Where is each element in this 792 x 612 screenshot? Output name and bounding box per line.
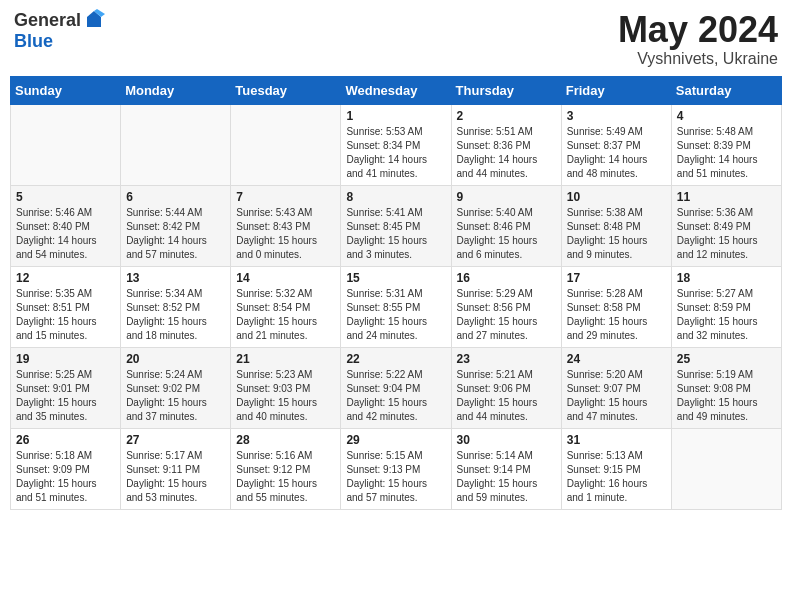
cell-info: Sunrise: 5:43 AM Sunset: 8:43 PM Dayligh… — [236, 206, 335, 262]
calendar-cell: 20Sunrise: 5:24 AM Sunset: 9:02 PM Dayli… — [121, 347, 231, 428]
logo: General Blue — [14, 10, 105, 52]
page-header: General Blue May 2024 Vyshnivets, Ukrain… — [10, 10, 782, 68]
calendar-cell: 17Sunrise: 5:28 AM Sunset: 8:58 PM Dayli… — [561, 266, 671, 347]
day-number: 1 — [346, 109, 445, 123]
day-number: 22 — [346, 352, 445, 366]
weekday-header-saturday: Saturday — [671, 76, 781, 104]
day-number: 18 — [677, 271, 776, 285]
cell-info: Sunrise: 5:36 AM Sunset: 8:49 PM Dayligh… — [677, 206, 776, 262]
day-number: 17 — [567, 271, 666, 285]
cell-info: Sunrise: 5:15 AM Sunset: 9:13 PM Dayligh… — [346, 449, 445, 505]
calendar-cell: 28Sunrise: 5:16 AM Sunset: 9:12 PM Dayli… — [231, 428, 341, 509]
day-number: 10 — [567, 190, 666, 204]
week-row-1: 1Sunrise: 5:53 AM Sunset: 8:34 PM Daylig… — [11, 104, 782, 185]
day-number: 16 — [457, 271, 556, 285]
day-number: 11 — [677, 190, 776, 204]
cell-info: Sunrise: 5:18 AM Sunset: 9:09 PM Dayligh… — [16, 449, 115, 505]
day-number: 8 — [346, 190, 445, 204]
cell-info: Sunrise: 5:46 AM Sunset: 8:40 PM Dayligh… — [16, 206, 115, 262]
calendar-cell: 11Sunrise: 5:36 AM Sunset: 8:49 PM Dayli… — [671, 185, 781, 266]
cell-info: Sunrise: 5:14 AM Sunset: 9:14 PM Dayligh… — [457, 449, 556, 505]
day-number: 24 — [567, 352, 666, 366]
cell-info: Sunrise: 5:20 AM Sunset: 9:07 PM Dayligh… — [567, 368, 666, 424]
calendar-cell: 16Sunrise: 5:29 AM Sunset: 8:56 PM Dayli… — [451, 266, 561, 347]
day-number: 13 — [126, 271, 225, 285]
day-number: 12 — [16, 271, 115, 285]
weekday-header-sunday: Sunday — [11, 76, 121, 104]
day-number: 25 — [677, 352, 776, 366]
day-number: 4 — [677, 109, 776, 123]
day-number: 9 — [457, 190, 556, 204]
cell-info: Sunrise: 5:19 AM Sunset: 9:08 PM Dayligh… — [677, 368, 776, 424]
calendar-cell: 25Sunrise: 5:19 AM Sunset: 9:08 PM Dayli… — [671, 347, 781, 428]
day-number: 20 — [126, 352, 225, 366]
weekday-header-thursday: Thursday — [451, 76, 561, 104]
calendar-cell — [121, 104, 231, 185]
weekday-header-tuesday: Tuesday — [231, 76, 341, 104]
cell-info: Sunrise: 5:13 AM Sunset: 9:15 PM Dayligh… — [567, 449, 666, 505]
day-number: 21 — [236, 352, 335, 366]
calendar-cell: 13Sunrise: 5:34 AM Sunset: 8:52 PM Dayli… — [121, 266, 231, 347]
cell-info: Sunrise: 5:17 AM Sunset: 9:11 PM Dayligh… — [126, 449, 225, 505]
weekday-header-monday: Monday — [121, 76, 231, 104]
calendar-cell: 6Sunrise: 5:44 AM Sunset: 8:42 PM Daylig… — [121, 185, 231, 266]
calendar-cell: 27Sunrise: 5:17 AM Sunset: 9:11 PM Dayli… — [121, 428, 231, 509]
day-number: 15 — [346, 271, 445, 285]
day-number: 23 — [457, 352, 556, 366]
logo-icon — [83, 9, 105, 31]
calendar-cell: 5Sunrise: 5:46 AM Sunset: 8:40 PM Daylig… — [11, 185, 121, 266]
cell-info: Sunrise: 5:41 AM Sunset: 8:45 PM Dayligh… — [346, 206, 445, 262]
day-number: 14 — [236, 271, 335, 285]
calendar-cell: 19Sunrise: 5:25 AM Sunset: 9:01 PM Dayli… — [11, 347, 121, 428]
calendar-cell: 12Sunrise: 5:35 AM Sunset: 8:51 PM Dayli… — [11, 266, 121, 347]
calendar-cell: 3Sunrise: 5:49 AM Sunset: 8:37 PM Daylig… — [561, 104, 671, 185]
calendar-cell: 15Sunrise: 5:31 AM Sunset: 8:55 PM Dayli… — [341, 266, 451, 347]
cell-info: Sunrise: 5:38 AM Sunset: 8:48 PM Dayligh… — [567, 206, 666, 262]
day-number: 3 — [567, 109, 666, 123]
week-row-3: 12Sunrise: 5:35 AM Sunset: 8:51 PM Dayli… — [11, 266, 782, 347]
day-number: 6 — [126, 190, 225, 204]
calendar-table: SundayMondayTuesdayWednesdayThursdayFrid… — [10, 76, 782, 510]
calendar-cell: 10Sunrise: 5:38 AM Sunset: 8:48 PM Dayli… — [561, 185, 671, 266]
calendar-cell: 8Sunrise: 5:41 AM Sunset: 8:45 PM Daylig… — [341, 185, 451, 266]
cell-info: Sunrise: 5:31 AM Sunset: 8:55 PM Dayligh… — [346, 287, 445, 343]
logo-general-text: General — [14, 10, 81, 31]
day-number: 2 — [457, 109, 556, 123]
calendar-cell: 22Sunrise: 5:22 AM Sunset: 9:04 PM Dayli… — [341, 347, 451, 428]
calendar-cell: 1Sunrise: 5:53 AM Sunset: 8:34 PM Daylig… — [341, 104, 451, 185]
day-number: 19 — [16, 352, 115, 366]
calendar-cell: 18Sunrise: 5:27 AM Sunset: 8:59 PM Dayli… — [671, 266, 781, 347]
cell-info: Sunrise: 5:35 AM Sunset: 8:51 PM Dayligh… — [16, 287, 115, 343]
location: Vyshnivets, Ukraine — [618, 50, 778, 68]
cell-info: Sunrise: 5:23 AM Sunset: 9:03 PM Dayligh… — [236, 368, 335, 424]
week-row-2: 5Sunrise: 5:46 AM Sunset: 8:40 PM Daylig… — [11, 185, 782, 266]
logo-blue-text: Blue — [14, 31, 105, 52]
cell-info: Sunrise: 5:53 AM Sunset: 8:34 PM Dayligh… — [346, 125, 445, 181]
day-number: 27 — [126, 433, 225, 447]
cell-info: Sunrise: 5:22 AM Sunset: 9:04 PM Dayligh… — [346, 368, 445, 424]
cell-info: Sunrise: 5:25 AM Sunset: 9:01 PM Dayligh… — [16, 368, 115, 424]
cell-info: Sunrise: 5:28 AM Sunset: 8:58 PM Dayligh… — [567, 287, 666, 343]
week-row-4: 19Sunrise: 5:25 AM Sunset: 9:01 PM Dayli… — [11, 347, 782, 428]
cell-info: Sunrise: 5:21 AM Sunset: 9:06 PM Dayligh… — [457, 368, 556, 424]
title-block: May 2024 Vyshnivets, Ukraine — [618, 10, 778, 68]
cell-info: Sunrise: 5:16 AM Sunset: 9:12 PM Dayligh… — [236, 449, 335, 505]
day-number: 29 — [346, 433, 445, 447]
cell-info: Sunrise: 5:34 AM Sunset: 8:52 PM Dayligh… — [126, 287, 225, 343]
calendar-cell: 2Sunrise: 5:51 AM Sunset: 8:36 PM Daylig… — [451, 104, 561, 185]
calendar-cell: 31Sunrise: 5:13 AM Sunset: 9:15 PM Dayli… — [561, 428, 671, 509]
calendar-cell — [671, 428, 781, 509]
cell-info: Sunrise: 5:49 AM Sunset: 8:37 PM Dayligh… — [567, 125, 666, 181]
cell-info: Sunrise: 5:51 AM Sunset: 8:36 PM Dayligh… — [457, 125, 556, 181]
calendar-cell — [231, 104, 341, 185]
calendar-cell: 7Sunrise: 5:43 AM Sunset: 8:43 PM Daylig… — [231, 185, 341, 266]
calendar-cell: 9Sunrise: 5:40 AM Sunset: 8:46 PM Daylig… — [451, 185, 561, 266]
weekday-header-friday: Friday — [561, 76, 671, 104]
day-number: 5 — [16, 190, 115, 204]
calendar-cell: 4Sunrise: 5:48 AM Sunset: 8:39 PM Daylig… — [671, 104, 781, 185]
day-number: 28 — [236, 433, 335, 447]
day-number: 31 — [567, 433, 666, 447]
day-number: 7 — [236, 190, 335, 204]
cell-info: Sunrise: 5:24 AM Sunset: 9:02 PM Dayligh… — [126, 368, 225, 424]
day-number: 26 — [16, 433, 115, 447]
